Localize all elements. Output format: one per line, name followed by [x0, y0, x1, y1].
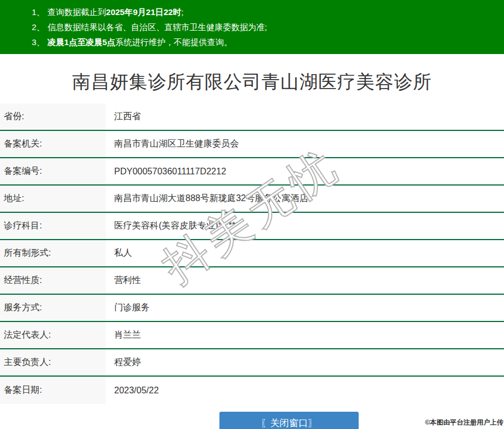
table-row-ownership-form: 所有制形式: 私人 [0, 240, 504, 267]
notice-line-3: 3、凌晨1点至凌晨5点系统进行维护，不能提供查询。 [32, 35, 498, 50]
notice-line-1: 1、查询数据截止到2025年9月21日22时; [32, 4, 498, 20]
table-row-filing-number: 备案编号: PDY00057036011117D2212 [0, 158, 504, 186]
table-row-legal-representative: 法定代表人: 肖兰兰 [0, 322, 504, 349]
row-value: 南昌市青山湖区卫生健康委员会 [106, 131, 239, 157]
image-credit-note: ©本图由平台注册用户上传 [425, 418, 503, 427]
row-label: 备案日期: [0, 377, 106, 404]
row-value: 私人 [106, 240, 132, 266]
table-row-principal-person: 主要负责人: 程爱婷 [0, 349, 504, 377]
close-window-button[interactable]: 〖关闭窗口〗 [219, 412, 359, 429]
notice-text: 信息数据结果以各省、自治区、直辖市卫生健康委数据为准; [47, 22, 267, 32]
row-label: 地址: [0, 186, 106, 212]
notice-number: 1、 [32, 7, 45, 17]
table-row-treatment-subjects: 诊疗科目: 医疗美容科(美容皮肤专业)****** [0, 213, 504, 240]
table-row-province: 省份: 江西省 [0, 104, 504, 131]
row-value: 肖兰兰 [106, 322, 141, 348]
table-row-filing-date: 备案日期: 2023/05/22 [0, 377, 504, 404]
notice-number: 3、 [32, 37, 45, 47]
notice-text: 系统进行维护，不能提供查询。 [115, 37, 232, 47]
row-value: 程爱婷 [106, 349, 141, 376]
table-row-address: 地址: 南昌市青山湖大道888号新珑庭32号服务公寓酒店 [0, 186, 504, 213]
notice-banner: 1、查询数据截止到2025年9月21日22时; 2、信息数据结果以各省、自治区、… [0, 0, 504, 54]
table-row-filing-authority: 备案机关: 南昌市青山湖区卫生健康委员会 [0, 131, 504, 158]
row-label: 服务方式: [0, 295, 106, 321]
row-label: 备案编号: [0, 158, 106, 184]
notice-line-2: 2、信息数据结果以各省、自治区、直辖市卫生健康委数据为准; [32, 20, 498, 35]
row-label: 省份: [0, 104, 106, 130]
row-value: PDY00057036011117D2212 [106, 158, 226, 184]
row-value: 南昌市青山湖大道888号新珑庭32号服务公寓酒店 [106, 186, 309, 212]
row-label: 所有制形式: [0, 240, 106, 266]
row-label: 经营性质: [0, 267, 106, 294]
notice-bold-text: 2025年9月21日22时 [106, 7, 181, 17]
row-value: 门诊服务 [106, 295, 150, 321]
row-label: 诊疗科目: [0, 213, 106, 239]
row-label: 法定代表人: [0, 322, 106, 348]
row-label: 备案机关: [0, 131, 106, 157]
row-value: 医疗美容科(美容皮肤专业)****** [106, 213, 239, 239]
row-value: 营利性 [106, 267, 141, 294]
page-title: 南昌妍集诊所有限公司青山湖医疗美容诊所 [0, 69, 504, 95]
row-value: 江西省 [106, 104, 141, 130]
row-value: 2023/05/22 [106, 377, 159, 404]
info-table: 省份: 江西省 备案机关: 南昌市青山湖区卫生健康委员会 备案编号: PDY00… [0, 104, 504, 404]
table-row-service-mode: 服务方式: 门诊服务 [0, 295, 504, 322]
notice-text: ; [181, 7, 183, 17]
notice-text: 查询数据截止到 [47, 7, 106, 17]
table-row-business-nature: 经营性质: 营利性 [0, 267, 504, 295]
row-label: 主要负责人: [0, 349, 106, 376]
notice-bold-text: 凌晨1点至凌晨5点 [47, 37, 115, 47]
notice-number: 2、 [32, 22, 45, 32]
